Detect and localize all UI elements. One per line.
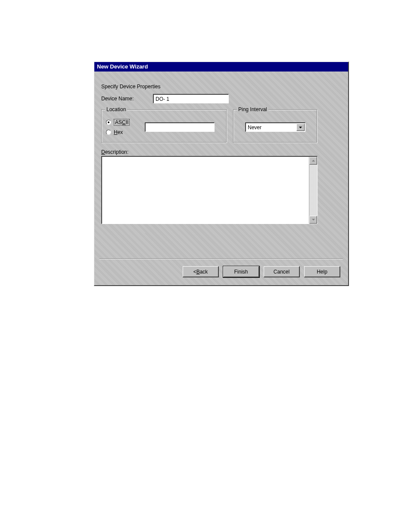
vertical-scrollbar[interactable] bbox=[309, 157, 317, 224]
chevron-down-icon bbox=[296, 124, 305, 131]
svg-marker-1 bbox=[312, 160, 315, 162]
description-container bbox=[101, 156, 318, 224]
ping-interval-groupbox: Ping Interval Never bbox=[233, 109, 318, 143]
location-legend: Location bbox=[105, 106, 127, 112]
location-legend-ul: L bbox=[106, 106, 109, 112]
ping-legend-ul: P bbox=[238, 106, 242, 112]
location-legend-rest: ocation bbox=[109, 106, 126, 112]
new-device-wizard-dialog: New Device Wizard Specify Device Propert… bbox=[94, 62, 349, 286]
ping-interval-dropdown[interactable]: Never bbox=[245, 122, 305, 132]
device-name-label: Device Name: bbox=[101, 96, 153, 102]
back-button[interactable]: < Back bbox=[183, 266, 219, 277]
ascii-radio[interactable]: ASCII bbox=[106, 119, 145, 126]
device-name-input[interactable] bbox=[153, 94, 229, 103]
radio-icon bbox=[106, 120, 111, 125]
scroll-up-button[interactable] bbox=[309, 157, 317, 165]
hex-radio-label: Hex bbox=[114, 129, 123, 135]
help-button[interactable]: Help bbox=[304, 266, 340, 277]
svg-marker-0 bbox=[299, 127, 302, 128]
radio-icon bbox=[106, 130, 111, 135]
ascii-radio-label: ASCII bbox=[114, 119, 130, 126]
page-subtitle: Specify Device Properties bbox=[101, 84, 341, 90]
ping-legend-rest: ing Interval bbox=[242, 106, 267, 112]
wizard-button-row: < Back Finish Cancel Help bbox=[183, 266, 340, 277]
ping-interval-selected: Never bbox=[248, 124, 262, 131]
window-title: New Device Wizard bbox=[97, 63, 148, 70]
hex-radio[interactable]: Hex bbox=[106, 129, 145, 135]
svg-marker-2 bbox=[312, 219, 315, 221]
group-row: Location ASCII Hex Ping Interval bbox=[101, 109, 341, 143]
ping-legend: Ping Interval bbox=[237, 106, 268, 112]
titlebar: New Device Wizard bbox=[94, 62, 348, 72]
scroll-down-button[interactable] bbox=[309, 216, 317, 224]
description-label: Description: bbox=[101, 149, 341, 155]
dialog-body: Specify Device Properties Device Name: L… bbox=[94, 72, 348, 224]
location-input[interactable] bbox=[145, 122, 215, 132]
separator-line bbox=[100, 258, 343, 259]
location-radio-group: ASCII Hex bbox=[106, 119, 145, 135]
location-groupbox: Location ASCII Hex bbox=[101, 109, 227, 143]
device-name-row: Device Name: bbox=[101, 94, 341, 103]
cancel-button[interactable]: Cancel bbox=[264, 266, 300, 277]
description-textarea[interactable] bbox=[102, 157, 309, 224]
finish-button[interactable]: Finish bbox=[223, 266, 259, 277]
